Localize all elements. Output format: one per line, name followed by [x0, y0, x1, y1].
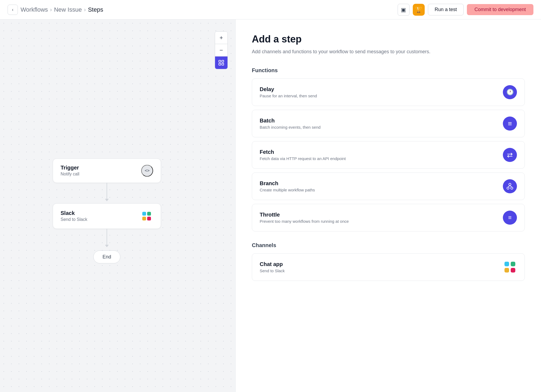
- connector-1: [107, 183, 107, 199]
- svg-rect-6: [142, 217, 146, 220]
- svg-rect-5: [147, 212, 151, 215]
- panel-title: Add a step: [252, 34, 525, 45]
- breadcrumb-new-issue[interactable]: New Issue: [54, 6, 82, 13]
- slack-channel-icon: [503, 260, 517, 274]
- sidebar-toggle-button[interactable]: ▣: [398, 4, 410, 16]
- trigger-code-button[interactable]: <>: [141, 165, 153, 177]
- zoom-controls: + −: [215, 31, 228, 69]
- delay-icon-circle: 🕐: [503, 85, 517, 99]
- batch-icon-circle: ≡: [503, 117, 517, 131]
- branch-content: Branch Create multiple workflow paths: [260, 180, 315, 192]
- end-node[interactable]: End: [93, 250, 120, 263]
- delay-content: Delay Pause for an interval, then send: [260, 86, 317, 98]
- throttle-icon: ≡: [508, 214, 512, 221]
- connector-2: [107, 229, 107, 245]
- run-test-button[interactable]: Run a test: [428, 4, 464, 15]
- breadcrumb: Workflows › New Issue › Steps: [21, 6, 103, 13]
- channels-section: Channels Chat app Send to Slack: [252, 242, 525, 281]
- chat-app-icon: [503, 260, 517, 274]
- svg-point-9: [507, 187, 509, 189]
- main-layout: + − Trigger Notify call <>: [0, 19, 541, 392]
- batch-icon: ≡: [508, 119, 512, 128]
- trigger-node-content: Trigger Notify call: [61, 165, 79, 177]
- fetch-content: Fetch Fetch data via HTTP request to an …: [260, 149, 346, 161]
- channels-label: Channels: [252, 242, 525, 248]
- workflow-canvas[interactable]: + − Trigger Notify call <>: [0, 19, 235, 392]
- breadcrumb-workflows[interactable]: Workflows: [21, 6, 48, 13]
- chat-app-content: Chat app Send to Slack: [260, 261, 285, 273]
- delay-icon: 🕐: [506, 89, 514, 96]
- svg-rect-13: [504, 262, 509, 266]
- branch-name: Branch: [260, 180, 315, 187]
- slack-title: Slack: [61, 210, 87, 216]
- slack-node-content: Slack Send to Slack: [61, 210, 87, 222]
- trigger-node[interactable]: Trigger Notify call <>: [53, 158, 161, 183]
- batch-step-card[interactable]: Batch Batch incoming events, then send ≡: [252, 110, 525, 137]
- sidebar-icon: ▣: [401, 6, 406, 13]
- breadcrumb-steps: Steps: [88, 6, 103, 13]
- zoom-out-button[interactable]: −: [215, 44, 227, 57]
- branch-icon-circle: [503, 179, 517, 193]
- batch-name: Batch: [260, 118, 321, 124]
- svg-rect-1: [222, 60, 224, 62]
- header: ‹ Workflows › New Issue › Steps ▣ 🏆 Run …: [0, 0, 541, 19]
- trophy-badge: 🏆: [413, 4, 425, 16]
- breadcrumb-sep2: ›: [84, 6, 86, 13]
- fetch-icon: ⇄: [507, 151, 513, 159]
- branch-step-card[interactable]: Branch Create multiple workflow paths: [252, 172, 525, 200]
- branch-desc: Create multiple workflow paths: [260, 188, 315, 192]
- fetch-icon-circle: ⇄: [503, 148, 517, 162]
- trophy-icon: 🏆: [415, 6, 422, 13]
- commit-button[interactable]: Commit to development: [467, 4, 533, 15]
- header-right: ▣ 🏆 Run a test Commit to development: [398, 4, 533, 16]
- chat-app-desc: Send to Slack: [260, 268, 285, 273]
- branch-icon: [506, 182, 514, 190]
- batch-desc: Batch incoming events, then send: [260, 125, 321, 129]
- chat-app-name: Chat app: [260, 261, 285, 267]
- svg-rect-7: [147, 217, 151, 220]
- right-panel: Add a step Add channels and functions to…: [235, 19, 541, 392]
- svg-rect-16: [511, 268, 515, 273]
- svg-point-10: [511, 187, 513, 189]
- zoom-fit-button[interactable]: [215, 57, 227, 69]
- fit-icon: [218, 60, 224, 66]
- fetch-desc: Fetch data via HTTP request to an API en…: [260, 156, 346, 161]
- delay-step-card[interactable]: Delay Pause for an interval, then send 🕐: [252, 78, 525, 106]
- fetch-name: Fetch: [260, 149, 346, 155]
- batch-content: Batch Batch incoming events, then send: [260, 118, 321, 129]
- chat-app-step-card[interactable]: Chat app Send to Slack: [252, 253, 525, 281]
- trigger-subtitle: Notify call: [61, 172, 79, 177]
- delay-desc: Pause for an interval, then send: [260, 94, 317, 98]
- svg-line-11: [508, 185, 510, 187]
- throttle-content: Throttle Prevent too many workflows from…: [260, 212, 349, 224]
- breadcrumb-sep1: ›: [50, 6, 52, 13]
- fetch-step-card[interactable]: Fetch Fetch data via HTTP request to an …: [252, 141, 525, 169]
- slack-node-icon: [140, 210, 153, 222]
- panel-subtitle: Add channels and functions to your workf…: [252, 48, 525, 55]
- delay-name: Delay: [260, 86, 317, 92]
- throttle-name: Throttle: [260, 212, 349, 218]
- svg-rect-0: [219, 60, 221, 62]
- svg-rect-14: [511, 262, 515, 266]
- svg-rect-3: [222, 63, 224, 65]
- slack-node[interactable]: Slack Send to Slack: [53, 203, 161, 229]
- zoom-in-button[interactable]: +: [215, 32, 227, 44]
- svg-line-12: [510, 185, 512, 187]
- throttle-icon-circle: ≡: [503, 211, 517, 225]
- svg-point-8: [509, 183, 511, 185]
- header-left: ‹ Workflows › New Issue › Steps: [8, 5, 103, 15]
- code-icon: <>: [145, 168, 150, 173]
- trigger-title: Trigger: [61, 165, 79, 171]
- throttle-desc: Prevent too many workflows from running …: [260, 219, 349, 224]
- svg-rect-4: [142, 212, 146, 215]
- functions-label: Functions: [252, 67, 525, 74]
- throttle-step-card[interactable]: Throttle Prevent too many workflows from…: [252, 204, 525, 231]
- slack-subtitle: Send to Slack: [61, 217, 87, 222]
- svg-rect-15: [504, 268, 509, 273]
- flow-container: Trigger Notify call <> Slack Send to Sla…: [53, 158, 161, 263]
- svg-rect-2: [219, 63, 221, 65]
- back-button[interactable]: ‹: [8, 5, 18, 15]
